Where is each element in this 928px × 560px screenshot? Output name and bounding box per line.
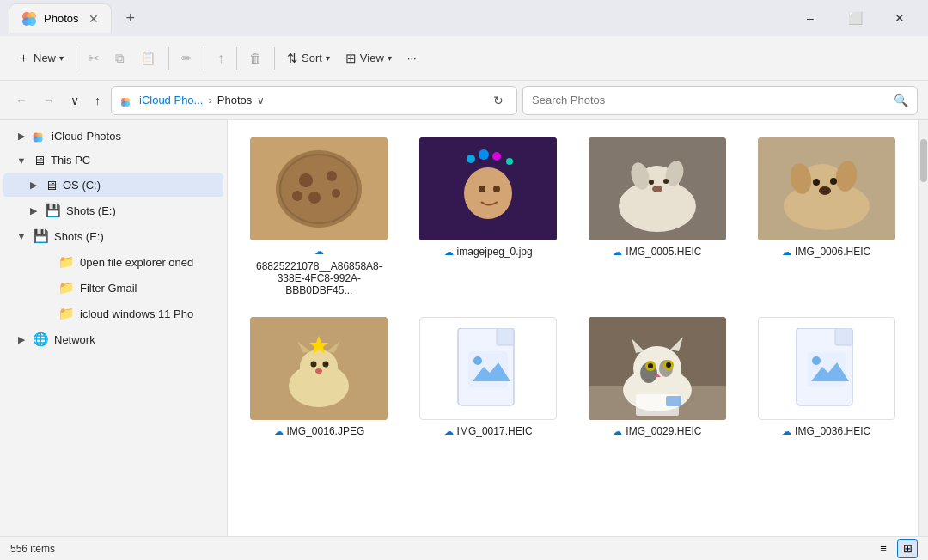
thumb-svg-2 (419, 137, 557, 240)
file-name-4: ☁ IMG_0006.HEIC (782, 246, 870, 258)
svg-point-61 (473, 356, 482, 365)
view-controls: ≡ ⊞ (873, 539, 918, 558)
svg-point-53 (311, 362, 317, 368)
thumb-svg-7 (589, 317, 726, 420)
rename-button[interactable]: ✏ (174, 43, 199, 74)
svg-point-71 (648, 363, 653, 368)
file-item-3[interactable]: ☁ IMG_0005.HEIC (577, 131, 739, 303)
expand-icon-network: ▶ (15, 334, 27, 345)
file-item-2[interactable]: ☁ imagejpeg_0.jpg (407, 131, 570, 303)
back-button[interactable]: ← (10, 90, 33, 111)
file-item-4[interactable]: ☁ IMG_0006.HEIC (745, 131, 907, 303)
breadcrumb-icloud-icon (120, 94, 134, 107)
paste-button[interactable]: 📋 (133, 43, 163, 74)
expand-icon-shots-e2: ▼ (15, 231, 27, 241)
doc-icon-svg-8 (792, 328, 861, 410)
breadcrumb-bar: iCloud Pho... › Photos ∨ ↻ (111, 86, 517, 115)
delete-button[interactable]: 🗑 (242, 43, 269, 74)
recent-button[interactable]: ∨ (65, 90, 84, 111)
svg-point-28 (493, 186, 500, 192)
cut-icon: ✂ (89, 51, 100, 66)
cut-button[interactable]: ✂ (82, 43, 107, 74)
svg-point-73 (666, 362, 671, 368)
view-dropdown-arrow: ▾ (388, 53, 392, 63)
file-thumb-3 (589, 137, 726, 240)
svg-point-16 (308, 192, 321, 204)
file-thumb-5 (250, 317, 388, 420)
file-item-6[interactable]: ☁ IMG_0017.HEIC (407, 310, 570, 444)
sidebar-item-icloud-photos[interactable]: ▶ iCloud Photos (3, 125, 223, 147)
address-bar: ← → ∨ ↑ iCloud Pho... › Photos ∨ ↻ 🔍 (0, 81, 928, 120)
sidebar-item-this-pc[interactable]: ▼ 🖥 This PC (3, 149, 223, 172)
forward-button[interactable]: → (38, 90, 60, 111)
new-button[interactable]: ＋ New ▾ (10, 43, 70, 74)
share-button[interactable]: ↑ (211, 43, 231, 74)
app-tab[interactable]: Photos ✕ (9, 3, 112, 33)
svg-point-36 (663, 179, 669, 184)
file-item-8[interactable]: ☁ IMG_0036.HEIC (745, 310, 907, 444)
svg-point-13 (276, 150, 362, 228)
file-name-8: ☁ IMG_0036.HEIC (782, 425, 870, 437)
sidebar-label-folder3: icloud windows 11 Pho (80, 307, 193, 320)
svg-point-65 (633, 346, 681, 391)
breadcrumb-icloud[interactable]: iCloud Pho... (139, 94, 203, 107)
view-button[interactable]: ⊞ View ▾ (339, 43, 399, 74)
file-item-1[interactable]: ☁ 68825221078__A86858A8-338E-4FC8-992A-B… (238, 131, 400, 303)
title-bar: Photos ✕ + – ⬜ ✕ (0, 0, 928, 36)
svg-point-15 (327, 171, 337, 181)
sort-label: Sort (302, 52, 322, 64)
svg-point-22 (467, 155, 475, 163)
cloud-icon-6: ☁ (444, 426, 454, 437)
status-bar: 556 items ≡ ⊞ (0, 536, 928, 560)
up-button[interactable]: ↑ (89, 90, 106, 111)
cloud-icon-5: ☁ (274, 426, 284, 437)
sidebar-item-shots-e1[interactable]: ▶ 💾 Shots (E:) (3, 198, 223, 222)
close-button[interactable]: ✕ (880, 5, 919, 31)
file-item-7[interactable]: ☁ IMG_0029.HEIC (577, 310, 739, 444)
view-label: View (360, 52, 384, 64)
minimize-button[interactable]: – (791, 5, 830, 31)
file-name-6: ☁ IMG_0017.HEIC (444, 425, 533, 437)
new-icon: ＋ (17, 50, 30, 66)
thumb-svg-5 (250, 317, 388, 420)
toolbar-separator-1 (76, 47, 76, 70)
expand-icon-icloud: ▶ (15, 131, 27, 142)
scrollbar-thumb[interactable] (920, 139, 927, 182)
shots-e1-icon: 💾 (45, 203, 61, 218)
sidebar-label-icloud: iCloud Photos (52, 130, 121, 143)
grid-view-button[interactable]: ⊞ (897, 539, 918, 558)
item-count: 556 items (10, 543, 55, 555)
sidebar-label-network: Network (54, 333, 95, 346)
sidebar-item-folder1[interactable]: 📁 0pen file explorer oned (3, 250, 223, 274)
new-tab-button[interactable]: + (125, 9, 135, 27)
file-item-5[interactable]: ☁ IMG_0016.JPEG (238, 310, 400, 444)
file-thumb-2 (419, 137, 557, 240)
file-name-7: ☁ IMG_0029.HEIC (613, 425, 701, 437)
file-thumb-1 (250, 137, 388, 240)
breadcrumb-dropdown[interactable]: ∨ (257, 94, 265, 107)
sidebar-item-folder2[interactable]: 📁 Filter Gmail (3, 276, 223, 300)
sort-button[interactable]: ⇅ Sort ▾ (280, 43, 337, 74)
vertical-scrollbar[interactable] (918, 120, 928, 536)
doc-icon-svg-6 (454, 328, 522, 410)
expand-icon-os-c: ▶ (27, 180, 40, 191)
svg-point-18 (292, 191, 302, 201)
sidebar-label-folder2: Filter Gmail (80, 282, 137, 295)
cloud-icon-4: ☁ (782, 247, 791, 258)
svg-point-37 (652, 186, 662, 192)
refresh-button[interactable]: ↻ (489, 92, 508, 109)
copy-button[interactable]: ⧉ (108, 43, 131, 74)
sidebar-item-folder3[interactable]: 📁 icloud windows 11 Pho (3, 301, 223, 326)
more-button[interactable]: ··· (400, 43, 424, 74)
svg-point-23 (479, 149, 489, 160)
sidebar-item-os-c[interactable]: ▶ 🖥 OS (C:) (3, 173, 223, 197)
maximize-button[interactable]: ⬜ (835, 5, 875, 31)
svg-point-35 (649, 180, 654, 185)
tab-close-button[interactable]: ✕ (89, 12, 99, 26)
sidebar-item-network[interactable]: ▶ 🌐 Network (3, 327, 223, 351)
list-view-button[interactable]: ≡ (873, 539, 894, 558)
sidebar-item-shots-e2[interactable]: ▼ 💾 Shots (E:) (3, 224, 223, 248)
search-input[interactable] (532, 94, 894, 107)
svg-point-25 (506, 158, 513, 165)
toolbar-separator-5 (274, 47, 275, 70)
